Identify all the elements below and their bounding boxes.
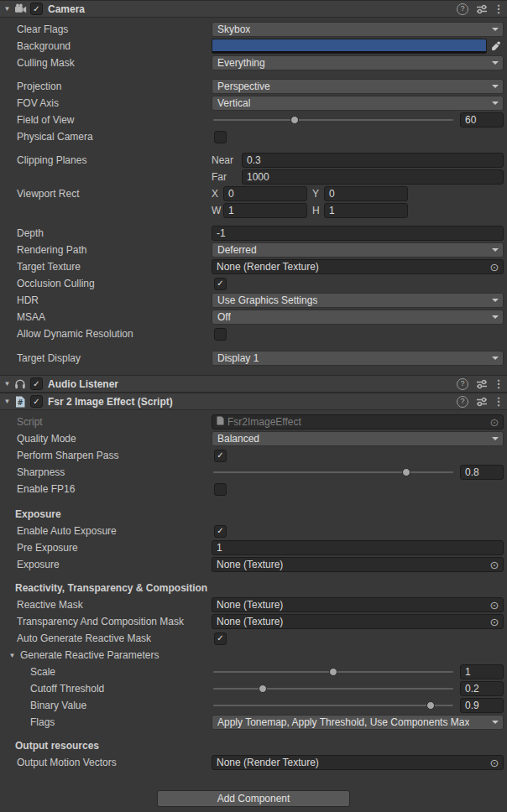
binary-value-input[interactable]: 0.9 [460, 698, 504, 713]
slider-thumb[interactable] [426, 701, 435, 710]
reactive-mask-object-field[interactable]: None (Texture)⊙ [212, 597, 504, 612]
msaa-dropdown[interactable]: Off [212, 310, 504, 325]
clear-flags-label: Clear Flags [0, 23, 212, 35]
target-texture-object-field[interactable]: None (Render Texture)⊙ [212, 259, 504, 274]
spacer [0, 145, 507, 152]
viewport-w-input[interactable]: 1 [223, 203, 307, 218]
binary-value-slider[interactable] [212, 698, 455, 713]
object-value: Fsr2ImageEffect [227, 416, 301, 428]
target-display-dropdown[interactable]: Display 1 [212, 351, 504, 366]
add-component-button[interactable]: Add Component [157, 790, 350, 807]
cutoff-threshold-slider[interactable] [212, 681, 455, 696]
dropdown-value: Off [217, 311, 231, 323]
kebab-menu-icon[interactable]: ⋮ [495, 3, 502, 15]
viewport-rect-label: Viewport Rect [0, 188, 212, 200]
slider-thumb[interactable] [290, 116, 299, 124]
audio-listener-component-header[interactable]: ▼ ✓ Audio Listener ? ⋮ [0, 375, 507, 393]
dropdown-value: Skybox [217, 23, 250, 35]
hdr-dropdown[interactable]: Use Graphics Settings [212, 293, 504, 308]
row-generate-reactive-parameters: ▼ Generate Reactive Parameters [0, 647, 507, 664]
field-of-view-input[interactable]: 60 [460, 112, 504, 128]
camera-title: Camera [48, 3, 85, 15]
physical-camera-checkbox[interactable] [214, 131, 227, 143]
slider-thumb[interactable] [402, 468, 410, 476]
culling-mask-dropdown[interactable]: Everything [212, 55, 504, 70]
field-value: 0.8 [465, 466, 479, 478]
object-picker-icon[interactable]: ⊙ [488, 756, 501, 769]
spacer [0, 219, 507, 225]
header-actions: ? ⋮ [457, 395, 502, 408]
pre-exposure-input[interactable]: 1 [212, 540, 504, 555]
auto-generate-reactive-mask-checkbox[interactable]: ✓ [214, 632, 227, 645]
quality-mode-dropdown[interactable]: Balanced [212, 431, 504, 446]
perform-sharpen-pass-checkbox[interactable]: ✓ [214, 450, 227, 462]
projection-dropdown[interactable]: Perspective [212, 79, 504, 94]
far-clip-input[interactable]: 1000 [242, 169, 504, 185]
flags-dropdown[interactable]: Apply Tonemap, Apply Threshold, Use Comp… [212, 715, 504, 730]
viewport-h-input[interactable]: 1 [324, 203, 408, 218]
checkmark-icon: ✓ [33, 398, 39, 406]
eyedropper-icon[interactable] [489, 39, 504, 54]
near-clip-input[interactable]: 0.3 [242, 153, 504, 168]
output-motion-vectors-object-field[interactable]: None (Render Texture)⊙ [212, 755, 504, 770]
cutoff-threshold-input[interactable]: 0.2 [460, 681, 504, 696]
row-cutoff-threshold: Cutoff Threshold 0.2 [0, 680, 507, 697]
sharpness-input[interactable]: 0.8 [460, 465, 504, 480]
camera-enabled-checkbox[interactable]: ✓ [30, 3, 43, 15]
kebab-menu-icon[interactable]: ⋮ [495, 395, 502, 408]
object-picker-icon[interactable]: ⊙ [488, 615, 501, 628]
sharpness-slider[interactable] [212, 465, 455, 480]
dropdown-arrow-icon [492, 102, 499, 105]
perform-sharpen-pass-label: Perform Sharpen Pass [0, 450, 212, 461]
row-perform-sharpen-pass: Perform Sharpen Pass ✓ [0, 447, 507, 464]
row-sharpness: Sharpness 0.8 [0, 464, 507, 481]
object-picker-icon: ⊙ [488, 415, 501, 429]
object-picker-icon[interactable]: ⊙ [488, 558, 501, 571]
generate-reactive-parameters-foldout[interactable]: ▼ Generate Reactive Parameters [0, 649, 212, 661]
object-picker-icon[interactable]: ⊙ [488, 598, 501, 612]
slider-thumb[interactable] [259, 684, 267, 693]
slider-thumb[interactable] [329, 668, 337, 676]
help-icon[interactable]: ? [457, 396, 468, 408]
depth-input[interactable]: -1 [212, 226, 504, 241]
foldout-arrow-icon[interactable]: ▼ [2, 380, 13, 388]
row-viewport-rect-wh: W 1 H 1 [0, 202, 507, 219]
foldout-arrow-icon[interactable]: ▼ [7, 652, 18, 659]
clear-flags-dropdown[interactable]: Skybox [212, 22, 504, 37]
help-icon[interactable]: ? [457, 3, 468, 15]
presets-icon[interactable] [476, 379, 488, 389]
enable-auto-exposure-checkbox[interactable]: ✓ [214, 525, 227, 538]
fsr2-title: Fsr 2 Image Effect (Script) [48, 396, 173, 408]
foldout-arrow-icon[interactable]: ▼ [2, 5, 13, 13]
viewport-x-input[interactable]: 0 [223, 186, 307, 201]
dropdown-value: Everything [217, 57, 265, 69]
depth-label: Depth [0, 227, 212, 239]
pre-exposure-label: Pre Exposure [0, 542, 212, 554]
transparency-mask-object-field[interactable]: None (Texture)⊙ [212, 614, 504, 629]
occlusion-culling-checkbox[interactable]: ✓ [214, 278, 227, 290]
rendering-path-dropdown[interactable]: Deferred [212, 242, 504, 258]
fsr2-component-header[interactable]: ▼ # ✓ Fsr 2 Image Effect (Script) ? ⋮ [0, 393, 507, 410]
foldout-arrow-icon[interactable]: ▼ [2, 398, 13, 405]
exposure-object-field[interactable]: None (Texture)⊙ [212, 557, 504, 572]
dropdown-value: Vertical [217, 97, 250, 109]
background-color-swatch[interactable] [212, 39, 487, 54]
audio-listener-enabled-checkbox[interactable]: ✓ [30, 377, 43, 390]
presets-icon[interactable] [476, 4, 488, 14]
field-of-view-slider[interactable] [212, 112, 455, 128]
presets-icon[interactable] [476, 397, 488, 407]
row-physical-camera: Physical Camera [0, 128, 507, 145]
scale-input[interactable]: 1 [460, 664, 504, 679]
allow-dynamic-resolution-checkbox[interactable] [214, 328, 227, 341]
camera-component-header[interactable]: ▼ ✓ Camera ? ⋮ [0, 0, 507, 18]
viewport-y-input[interactable]: 0 [324, 186, 408, 201]
enable-fp16-checkbox[interactable] [214, 483, 227, 496]
fov-axis-dropdown[interactable]: Vertical [212, 96, 504, 111]
dropdown-arrow-icon [492, 85, 499, 88]
fsr2-enabled-checkbox[interactable]: ✓ [30, 395, 43, 408]
help-icon[interactable]: ? [457, 378, 468, 390]
kebab-menu-icon[interactable]: ⋮ [495, 377, 502, 390]
scale-slider[interactable] [212, 664, 455, 679]
target-texture-label: Target Texture [0, 261, 212, 273]
object-picker-icon[interactable]: ⊙ [488, 260, 501, 273]
